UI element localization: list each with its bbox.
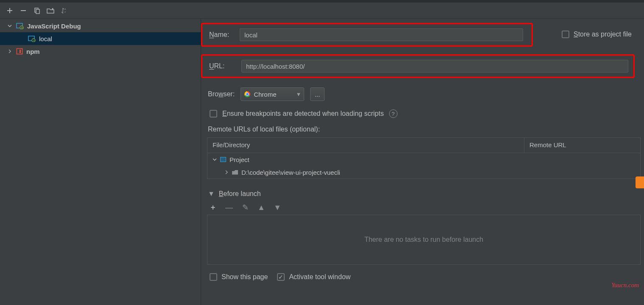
up-icon: ▲ [257,203,266,212]
col-remote-url[interactable]: Remote URL [524,138,640,153]
tree-item-js-debug[interactable]: JS JavaScript Debug [0,20,201,32]
ensure-label: Ensure breakpoints are detected when loa… [222,110,384,118]
svg-rect-11 [20,50,21,53]
add-icon[interactable] [6,7,14,14]
before-launch-toolbar: + — ✎ ▲ ▼ [201,203,644,212]
browser-value: Chrome [254,91,276,98]
js-debug-icon: JS [28,35,36,42]
show-this-page-label: Show this page [221,273,268,281]
svg-text:a: a [64,8,66,10]
caret-down-icon: ▾ [297,90,300,98]
folder-icon [232,170,238,175]
activate-tool-window-label: Activate tool window [289,273,350,281]
remove-icon: — [225,203,233,212]
col-file-directory[interactable]: File/Directory [207,138,524,153]
tree-label: local [39,35,52,42]
name-input[interactable] [240,28,523,41]
table-row-label: Project [230,156,249,163]
before-launch-empty: There are no tasks to run before launch [207,215,641,265]
remove-icon[interactable] [20,7,27,14]
edit-icon: ✎ [241,203,249,212]
browser-more-button[interactable]: ... [310,87,325,101]
folder-add-icon[interactable] [47,7,54,14]
sort-icon[interactable]: az [60,7,68,14]
watermark: Yuucn.com [611,282,639,289]
before-launch-label: Before launch [219,190,261,198]
svg-text:JS: JS [33,39,36,42]
tree-item-npm[interactable]: npm [0,45,201,58]
svg-text:z: z [64,11,66,13]
help-icon[interactable]: ? [389,109,398,118]
remote-urls-label: Remote URLs of local files (optional): [201,126,644,133]
tree-label: JavaScript Debug [27,22,81,30]
svg-text:JS: JS [21,27,24,29]
table-row[interactable]: D:\code\gitee\view-ui-project-vuecli [207,166,640,179]
project-icon [220,157,226,162]
chrome-icon [244,91,250,97]
browser-select[interactable]: Chrome ▾ [241,87,304,101]
js-debug-icon: JS [16,22,24,29]
remote-urls-table: File/Directory Remote URL Project D:\cod… [207,137,641,179]
add-icon[interactable]: + [209,203,217,212]
show-this-page-checkbox[interactable] [210,273,217,281]
name-label: Name: [202,31,240,39]
url-input[interactable] [241,60,628,73]
down-icon: ▼ [273,203,282,212]
store-checkbox[interactable] [562,31,569,38]
chevron-right-icon [8,49,13,53]
url-label: URL: [202,62,240,70]
table-row[interactable]: Project [207,153,640,166]
chevron-down-icon [213,157,217,162]
config-toolbar: az [0,3,644,19]
config-form: Name: Store as project file URL: Browser… [201,19,644,305]
tree-item-local[interactable]: JS local [0,32,201,45]
tree-label: npm [26,48,40,55]
table-row-label: D:\code\gitee\view-ui-project-vuecli [241,169,340,176]
browser-label: Browser: [208,90,235,98]
copy-icon[interactable] [33,7,41,14]
caret-down-icon[interactable]: ▼ [208,190,215,198]
npm-icon [16,48,23,55]
url-highlight-box: URL: [201,54,635,78]
ensure-checkbox[interactable] [210,110,217,118]
chevron-right-icon [224,170,229,174]
config-tree: JS JavaScript Debug JS local npm [0,19,201,305]
name-highlight-box: Name: [201,23,533,47]
side-badge-icon [636,176,644,188]
activate-tool-window-checkbox[interactable] [277,273,285,281]
chevron-down-icon [8,24,13,28]
svg-rect-1 [36,9,39,14]
store-label: Store as project file [574,31,632,38]
